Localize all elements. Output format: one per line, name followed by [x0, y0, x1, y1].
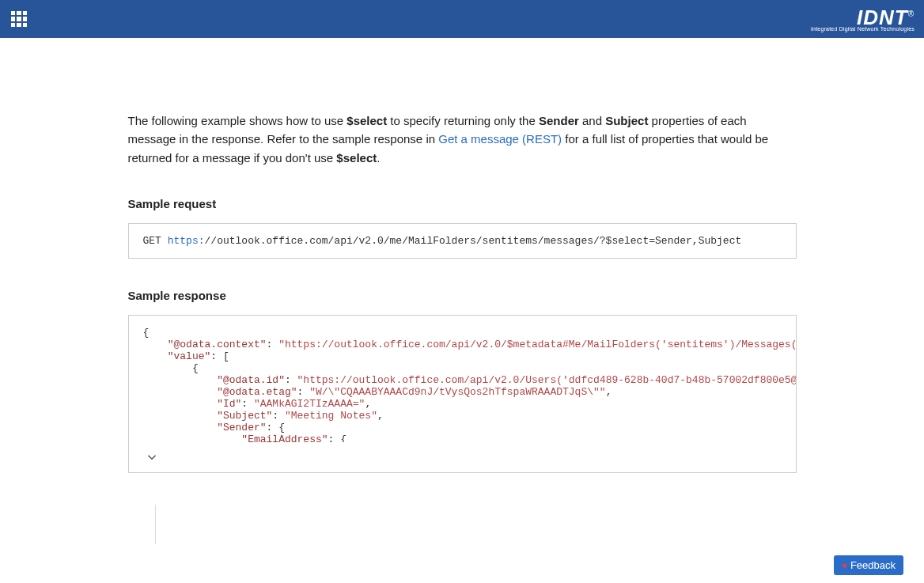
main-content: The following example shows how to use $…	[128, 38, 797, 473]
brand-reg: ®	[908, 9, 915, 18]
response-code-block: { "@odata.context": "https://outlook.off…	[128, 315, 797, 473]
brand-tagline: Integrated Digital Network Technologies	[811, 26, 915, 32]
url-path: //outlook.office.com/api/v2.0/me/MailFol…	[205, 235, 742, 247]
app-launcher-icon[interactable]	[11, 11, 27, 27]
request-code-block: GET https://outlook.office.com/api/v2.0/…	[128, 223, 797, 259]
footer-divider	[155, 505, 924, 544]
top-bar: IDNT® Integrated Digital Network Technol…	[0, 0, 924, 38]
intro-paragraph: The following example shows how to use $…	[128, 112, 797, 167]
url-scheme: https:	[168, 235, 205, 247]
sample-request-heading: Sample request	[128, 197, 797, 210]
brand-logo: IDNT® Integrated Digital Network Technol…	[811, 7, 915, 32]
chevron-down-icon	[145, 450, 159, 464]
sample-response-heading: Sample response	[128, 289, 797, 302]
http-method: GET	[143, 235, 161, 247]
get-message-link[interactable]: Get a message (REST)	[438, 132, 562, 146]
expand-code-button[interactable]	[129, 442, 796, 472]
